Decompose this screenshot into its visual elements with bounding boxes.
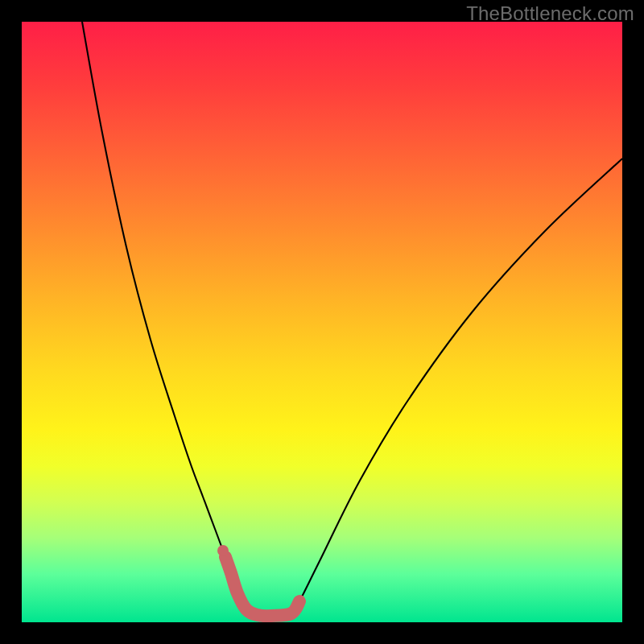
- highlight-start-dot: [217, 545, 229, 556]
- plot-area: [22, 22, 622, 622]
- curve-layer: [22, 22, 622, 622]
- watermark-text: TheBottleneck.com: [466, 2, 634, 25]
- highlight-minimum-trace: [225, 557, 299, 616]
- main-curve: [82, 22, 622, 616]
